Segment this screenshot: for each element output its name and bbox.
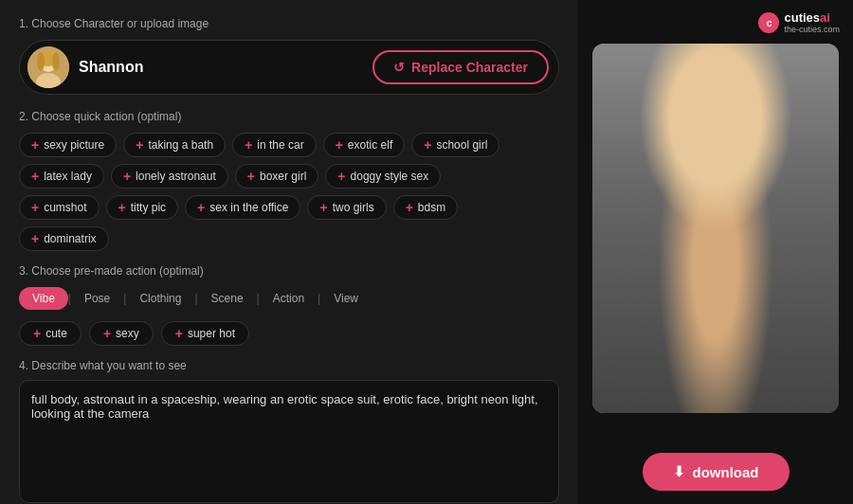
- figure-placeholder: [592, 44, 839, 413]
- character-selector: Shannon ↺ Replace Character: [19, 40, 559, 95]
- replace-character-button[interactable]: ↺ Replace Character: [372, 50, 549, 84]
- chip-doggy-style-sex[interactable]: +doggy style sex: [325, 164, 441, 189]
- tab-action[interactable]: Action: [260, 287, 318, 310]
- premade-tabs: Vibe | Pose | Clothing | Scene | Action …: [19, 287, 559, 310]
- plus-icon: +: [33, 327, 41, 340]
- tab-scene[interactable]: Scene: [198, 287, 257, 310]
- tab-view[interactable]: View: [320, 287, 372, 310]
- brand-sub: the-cuties.com: [784, 25, 840, 34]
- chip-boxer-girl[interactable]: +boxer girl: [235, 164, 319, 189]
- chip-bdsm[interactable]: +bdsm: [393, 195, 459, 220]
- quick-actions-row1: +sexy picture +taking a bath +in the car…: [19, 133, 559, 157]
- replace-icon: ↺: [393, 60, 405, 75]
- vibe-chip-super-hot[interactable]: +super hot: [161, 321, 249, 346]
- chip-exotic-elf[interactable]: +exotic elf: [323, 133, 406, 157]
- chip-titty-pic[interactable]: +titty pic: [106, 195, 179, 220]
- chip-sex-in-the-office[interactable]: +sex in the office: [185, 195, 300, 220]
- plus-icon: +: [118, 201, 126, 214]
- vibe-chip-sexy[interactable]: +sexy: [89, 321, 154, 346]
- step2-label: 2. Choose quick action (optimal): [19, 110, 559, 123]
- plus-icon: +: [31, 170, 39, 183]
- svg-point-5: [52, 52, 60, 71]
- plus-icon: +: [31, 138, 39, 152]
- plus-icon: +: [197, 201, 205, 214]
- chip-dominatrix[interactable]: +dominatrix: [19, 226, 109, 251]
- svg-point-4: [37, 52, 45, 71]
- plus-icon: +: [337, 170, 345, 183]
- chip-lonely-astronaut[interactable]: +lonely astronaut: [111, 164, 228, 189]
- chip-latex-lady[interactable]: +latex lady: [19, 164, 104, 189]
- plus-icon: +: [247, 170, 255, 183]
- plus-icon: +: [319, 201, 327, 214]
- step3-label: 3. Choose pre-made action (optimal): [19, 264, 559, 278]
- tab-clothing[interactable]: Clothing: [126, 287, 194, 310]
- plus-icon: +: [31, 201, 39, 214]
- chip-school-girl[interactable]: +school girl: [411, 133, 499, 157]
- quick-actions-row3: +cumshot +titty pic +sex in the office +…: [19, 195, 559, 220]
- brand-logo: c cutiesai the-cuties.com: [758, 11, 840, 34]
- character-name: Shannon: [79, 59, 143, 76]
- chip-two-girls[interactable]: +two girls: [307, 195, 386, 220]
- avatar: [27, 46, 69, 88]
- right-panel: c cutiesai the-cuties.com ⬇ download: [578, 0, 853, 504]
- chip-cumshot[interactable]: +cumshot: [19, 195, 100, 220]
- vibe-chip-cute[interactable]: +cute: [19, 321, 82, 346]
- tab-vibe[interactable]: Vibe: [19, 287, 68, 310]
- chip-sexy-picture[interactable]: +sexy picture: [19, 133, 117, 157]
- character-info: Shannon: [27, 46, 143, 88]
- brand-name: cutiesai the-cuties.com: [784, 11, 840, 34]
- plus-icon: +: [245, 138, 252, 152]
- vibe-chips: +cute +sexy +super hot: [19, 321, 559, 346]
- replace-label: Replace Character: [411, 60, 528, 75]
- generated-image: [592, 44, 839, 413]
- download-button[interactable]: ⬇ download: [643, 453, 789, 491]
- quick-actions: +sexy picture +taking a bath +in the car…: [19, 133, 559, 251]
- step4-label: 4. Describe what you want to see: [19, 359, 559, 372]
- plus-icon: +: [31, 232, 39, 245]
- step1-label: 1. Choose Character or upload image: [19, 17, 559, 30]
- chip-taking-a-bath[interactable]: +taking a bath: [123, 133, 226, 157]
- plus-icon: +: [123, 170, 131, 183]
- chip-in-the-car[interactable]: +in the car: [232, 133, 317, 157]
- plus-icon: +: [175, 327, 183, 340]
- download-label: download: [693, 464, 759, 480]
- plus-icon: +: [406, 201, 413, 214]
- describe-textarea[interactable]: full body, astronaut in a spaceship, wea…: [19, 380, 559, 503]
- tab-pose[interactable]: Pose: [71, 287, 123, 310]
- avatar-image: [27, 46, 69, 88]
- quick-actions-row2: +latex lady +lonely astronaut +boxer gir…: [19, 164, 559, 189]
- plus-icon: +: [336, 138, 343, 152]
- plus-icon: +: [136, 138, 143, 152]
- plus-icon: +: [103, 327, 111, 340]
- left-panel: 1. Choose Character or upload image Shan…: [0, 0, 578, 504]
- brand-icon: c: [758, 12, 779, 33]
- plus-icon: +: [424, 138, 431, 152]
- download-icon: ⬇: [673, 463, 685, 480]
- quick-actions-row4: +dominatrix: [19, 226, 559, 251]
